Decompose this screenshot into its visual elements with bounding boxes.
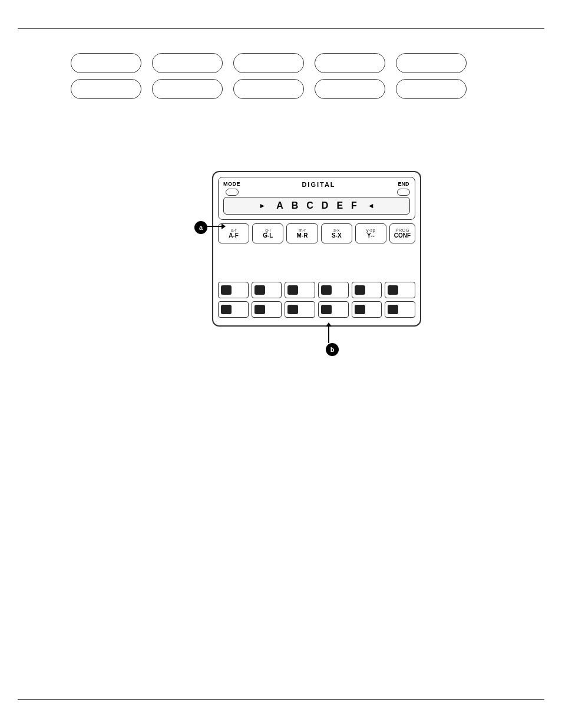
- toggle-inner-2-6: [388, 305, 398, 314]
- toggle-inner-1-5: [355, 285, 365, 295]
- mode-button[interactable]: [226, 189, 239, 196]
- key-ysp[interactable]: y-sp Y--: [355, 223, 386, 243]
- toggle-1-4[interactable]: [318, 282, 349, 298]
- device-panel: MODE DIGITAL END ► A B C D E F ◄: [212, 171, 421, 327]
- toggle-row-2: [218, 301, 415, 318]
- end-label: END: [398, 181, 409, 187]
- pill-row-2: [71, 79, 467, 99]
- key-gl-bottom: G-L: [263, 233, 273, 239]
- toggle-inner-2-5: [355, 305, 365, 314]
- digital-label: DIGITAL: [302, 181, 335, 188]
- display-area: MODE DIGITAL END ► A B C D E F ◄: [218, 177, 415, 220]
- key-prog-conf[interactable]: PROG CONF: [389, 223, 415, 243]
- letter-d: D: [322, 200, 329, 211]
- annotation-a: a: [194, 221, 207, 234]
- key-sx[interactable]: s-x S-X: [321, 223, 352, 243]
- pill-btn-1-2[interactable]: [152, 53, 223, 73]
- mode-column: MODE: [223, 181, 240, 196]
- pill-rows: [71, 53, 467, 99]
- letter-a: A: [276, 200, 283, 211]
- toggle-1-5[interactable]: [352, 282, 382, 298]
- key-mr[interactable]: m-r M-R: [286, 223, 318, 243]
- letter-c: C: [306, 200, 313, 211]
- toggle-inner-1-1: [221, 285, 232, 295]
- arrow-right-icon: ◄: [368, 202, 375, 210]
- pill-btn-2-2[interactable]: [152, 79, 223, 99]
- key-gl[interactable]: g-l G-L: [252, 223, 283, 243]
- toggle-inner-1-6: [388, 285, 398, 295]
- pill-btn-2-4[interactable]: [315, 79, 385, 99]
- toggle-1-1[interactable]: [218, 282, 249, 298]
- key-sx-bottom: S-X: [332, 233, 342, 239]
- arrow-left-icon: ►: [259, 202, 266, 210]
- toggle-inner-1-4: [321, 285, 332, 295]
- pill-btn-1-5[interactable]: [396, 53, 467, 73]
- mode-label: MODE: [223, 181, 240, 187]
- toggle-2-5[interactable]: [352, 301, 382, 318]
- pill-row-1: [71, 53, 467, 73]
- key-af-bottom: A-F: [229, 233, 239, 239]
- pill-btn-2-3[interactable]: [233, 79, 304, 99]
- toggle-2-2[interactable]: [252, 301, 282, 318]
- toggle-1-2[interactable]: [252, 282, 282, 298]
- spacer: [218, 246, 415, 282]
- toggle-inner-2-4: [321, 305, 332, 314]
- arrow-b-icon: [328, 323, 329, 343]
- toggle-inner-2-1: [221, 305, 232, 314]
- arrow-a-icon: [207, 226, 225, 227]
- toggle-inner-2-2: [254, 305, 265, 314]
- toggle-2-4[interactable]: [318, 301, 349, 318]
- display-bottom-row: ► A B C D E F ◄: [223, 197, 410, 215]
- toggle-2-3[interactable]: [285, 301, 315, 318]
- end-column: END: [397, 181, 410, 196]
- letter-b: B: [292, 200, 299, 211]
- pill-btn-1-4[interactable]: [315, 53, 385, 73]
- display-letters: A B C D E F: [276, 200, 357, 211]
- toggle-2-6[interactable]: [385, 301, 415, 318]
- pill-btn-1-3[interactable]: [233, 53, 304, 73]
- key-conf-bottom: CONF: [394, 233, 411, 239]
- toggle-2-1[interactable]: [218, 301, 249, 318]
- top-rule: [18, 28, 544, 29]
- mode-end-section: MODE DIGITAL END: [223, 181, 410, 196]
- toggle-1-6[interactable]: [385, 282, 415, 298]
- toggle-inner-2-3: [287, 305, 298, 314]
- key-mr-bottom: M-R: [297, 233, 308, 239]
- toggle-row-1: [218, 282, 415, 298]
- toggle-1-3[interactable]: [285, 282, 315, 298]
- annotation-b: b: [326, 343, 339, 356]
- bottom-rule: [18, 699, 544, 700]
- letter-f: F: [351, 200, 357, 211]
- letter-e: E: [336, 200, 343, 211]
- key-row-1: a-f A-F g-l G-L m-r M-R s-x S-X y-sp Y--…: [218, 223, 415, 243]
- key-ysp-bottom: Y--: [367, 233, 375, 239]
- pill-btn-2-1[interactable]: [71, 79, 141, 99]
- end-button[interactable]: [397, 189, 410, 196]
- toggle-inner-1-3: [287, 285, 298, 295]
- toggle-inner-1-2: [254, 285, 265, 295]
- key-section: a-f A-F g-l G-L m-r M-R s-x S-X y-sp Y--…: [218, 223, 415, 243]
- pill-btn-1-1[interactable]: [71, 53, 141, 73]
- pill-btn-2-5[interactable]: [396, 79, 467, 99]
